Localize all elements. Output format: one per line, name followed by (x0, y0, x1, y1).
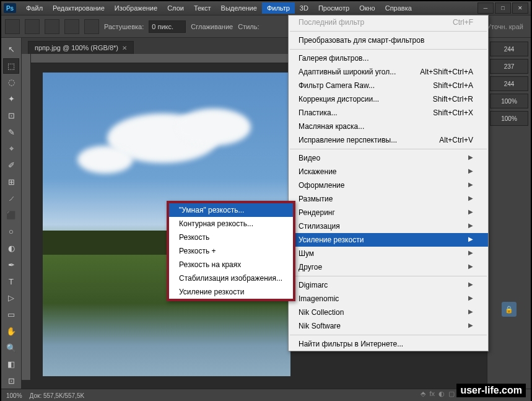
healing-tool[interactable]: ⌖ (3, 141, 19, 157)
selection-subtract-icon[interactable] (64, 19, 79, 34)
menu-window[interactable]: Окно (354, 2, 380, 14)
menu-item-render[interactable]: Рендеринг▶ (289, 206, 488, 219)
menu-edit[interactable]: Редактирование (48, 2, 110, 14)
menu-item-camera-raw[interactable]: Фильтр Camera Raw...Shift+Ctrl+A (289, 79, 488, 92)
app-window: Ps Файл Редактирование Изображение Слои … (0, 0, 532, 401)
selection-add-icon[interactable] (45, 19, 59, 34)
dodge-tool[interactable]: ◐ (3, 240, 19, 256)
submenu-arrow-icon: ▶ (468, 181, 473, 190)
submenu-arrow-icon: ▶ (468, 294, 473, 303)
menu-item-smart-filter[interactable]: Преобразовать для смарт-фильтров (289, 33, 488, 47)
brush-tool[interactable]: ✐ (3, 157, 19, 173)
magic-wand-tool[interactable]: ✦ (3, 91, 19, 107)
submenu-arrow-icon: ▶ (468, 222, 473, 231)
menu-item-stylize[interactable]: Стилизация▶ (289, 219, 488, 233)
crop-tool[interactable]: ⊡ (3, 108, 19, 123)
menu-filter[interactable]: Фильтр (262, 2, 295, 14)
minimize-button[interactable]: ─ (477, 2, 494, 14)
selection-intersect-icon[interactable] (84, 19, 99, 34)
menu-item-adaptive-wide[interactable]: Адаптивный широкий угол...Alt+Shift+Ctrl… (289, 65, 488, 79)
close-button[interactable]: ✕ (512, 2, 528, 14)
lasso-tool[interactable]: ◌ (3, 75, 19, 90)
menu-layer[interactable]: Слои (162, 2, 189, 14)
menu-item-nik-collection[interactable]: Nik Collection▶ (289, 306, 488, 319)
menu-item-sharpen-group[interactable]: Усиление резкости (169, 285, 293, 299)
fill-value[interactable]: 100% (490, 111, 528, 126)
refine-edge-button[interactable]: Уточн. край (487, 23, 523, 30)
blur-tool[interactable]: ○ (3, 224, 19, 239)
lock-icon[interactable]: 🔒 (502, 302, 517, 317)
eraser-tool[interactable]: ⟋ (3, 191, 19, 206)
menu-item-browse-filters[interactable]: Найти фильтры в Интернете... (289, 337, 488, 351)
menu-type[interactable]: Текст (189, 2, 216, 14)
fx-icon[interactable]: fx (429, 390, 435, 397)
hand-tool[interactable]: ✋ (3, 324, 19, 339)
menu-item-video[interactable]: Видео▶ (289, 151, 488, 165)
new-group-icon[interactable]: ▢ (448, 390, 455, 398)
menu-item-pixelate[interactable]: Оформление▶ (289, 178, 488, 192)
menu-item-sharpen-basic[interactable]: Резкость (169, 231, 293, 244)
zoom-level[interactable]: 100% (6, 392, 22, 399)
marquee-tool-preset-icon[interactable] (5, 19, 20, 34)
menu-item-lens-correction[interactable]: Коррекция дисторсии...Shift+Ctrl+R (289, 92, 488, 106)
menu-select[interactable]: Выделение (216, 2, 262, 14)
menu-item-digimarc[interactable]: Digimarc▶ (289, 278, 488, 292)
maximize-button[interactable]: □ (495, 2, 511, 14)
menu-item-other[interactable]: Другое▶ (289, 260, 488, 274)
quickmask-toggle[interactable]: ⊡ (3, 373, 19, 389)
menu-item-blur[interactable]: Размытие▶ (289, 192, 488, 206)
submenu-arrow-icon: ▶ (468, 208, 473, 217)
menu-item-sharpen[interactable]: Усиление резкости▶ (289, 233, 488, 247)
menu-item-nik-software[interactable]: Nik Software▶ (289, 319, 488, 333)
menu-item-vanishing-point[interactable]: Исправление перспективы...Alt+Ctrl+V (289, 133, 488, 147)
submenu-arrow-icon: ▶ (468, 249, 473, 258)
menu-item-sharpen-more[interactable]: Резкость + (169, 244, 293, 258)
menu-image[interactable]: Изображение (110, 2, 162, 14)
document-tab[interactable]: прпр.jpg @ 100% (RGB/8*) ✕ (28, 41, 134, 54)
submenu-arrow-icon: ▶ (468, 322, 473, 330)
gradient-tool[interactable]: ⬛ (3, 208, 19, 223)
menu-item-filter-gallery[interactable]: Галерея фильтров... (289, 51, 488, 65)
color-g-value[interactable]: 237 (490, 59, 528, 74)
color-r-value[interactable]: 244 (490, 42, 528, 56)
opacity-value[interactable]: 100% (490, 94, 528, 108)
right-panels: 244 237 244 100% 100% 🔒 (487, 38, 531, 389)
pen-tool[interactable]: ✒ (3, 257, 19, 273)
submenu-arrow-icon: ▶ (468, 236, 473, 244)
menu-item-oil-paint[interactable]: Масляная краска... (289, 120, 488, 133)
shape-tool[interactable]: ▭ (3, 307, 19, 322)
menu-item-imagenomic[interactable]: Imagenomic▶ (289, 292, 488, 306)
watermark: user-life.com (456, 384, 526, 397)
marquee-tool[interactable]: ⬚ (3, 58, 19, 74)
type-tool[interactable]: T (3, 274, 19, 289)
menu-file[interactable]: Файл (21, 2, 48, 14)
submenu-arrow-icon: ▶ (468, 308, 473, 317)
menu-item-unsharp-mask[interactable]: Контурная резкость... (169, 217, 293, 231)
menu-item-smart-sharpen[interactable]: "Умная" резкость... (169, 203, 293, 217)
color-swatch[interactable]: ◧ (3, 357, 19, 372)
feather-input[interactable]: 0 пикс. (149, 20, 186, 33)
close-tab-icon[interactable]: ✕ (122, 45, 127, 51)
path-tool[interactable]: ▷ (3, 290, 19, 306)
link-layers-icon[interactable]: ⬘ (421, 390, 425, 398)
selection-new-icon[interactable] (25, 19, 40, 34)
menu-help[interactable]: Справка (380, 2, 417, 14)
menu-item-liquify[interactable]: Пластика...Shift+Ctrl+X (289, 106, 488, 120)
submenu-arrow-icon: ▶ (468, 281, 473, 289)
color-b-value[interactable]: 244 (490, 76, 528, 91)
menu-item-distort[interactable]: Искажение▶ (289, 165, 488, 178)
filter-menu-dropdown: Последний фильтр Ctrl+F Преобразовать дл… (288, 15, 489, 351)
eyedropper-tool[interactable]: ✎ (3, 125, 19, 140)
move-tool[interactable]: ↖ (3, 42, 19, 57)
toolbox: ↖ ⬚ ◌ ✦ ⊡ ✎ ⌖ ✐ ⊞ ⟋ ⬛ ○ ◐ ✒ T ▷ ▭ ✋ 🔍 ◧ … (1, 38, 22, 389)
clone-tool[interactable]: ⊞ (3, 174, 19, 190)
menu-item-shake-reduction[interactable]: Стабилизация изображения... (169, 271, 293, 285)
menu-3d[interactable]: 3D (295, 2, 313, 14)
antialias-checkbox-label[interactable]: Сглаживание (191, 23, 233, 30)
menu-item-noise[interactable]: Шум▶ (289, 247, 488, 260)
menu-view[interactable]: Просмотр (313, 2, 354, 14)
mask-icon[interactable]: ◐ (438, 390, 445, 398)
menu-item-sharpen-edges[interactable]: Резкость на краях (169, 258, 293, 271)
app-logo: Ps (4, 3, 16, 13)
zoom-tool[interactable]: 🔍 (3, 340, 19, 356)
